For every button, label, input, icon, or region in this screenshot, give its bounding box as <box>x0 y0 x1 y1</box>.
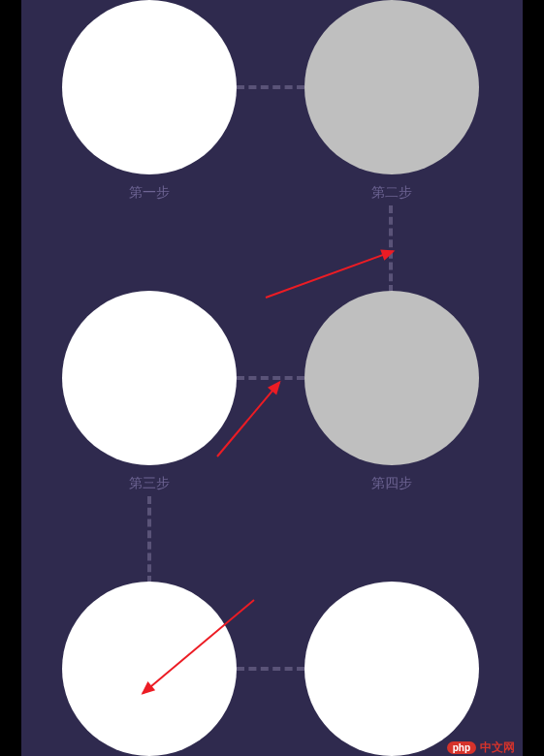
connector-step3-step4 <box>237 376 304 380</box>
step-label-1: 第一步 <box>62 184 237 202</box>
step-circle-5 <box>62 582 237 756</box>
step-label-4: 第四步 <box>304 475 479 492</box>
step-circle-1 <box>62 0 237 174</box>
annotation-arrow-1 <box>266 250 394 299</box>
connector-step1-step2 <box>237 85 304 89</box>
diagram-canvas: 第一步 第二步 第三步 第四步 <box>21 0 523 756</box>
step-label-2: 第二步 <box>304 184 479 202</box>
step-label-3: 第三步 <box>62 475 237 492</box>
step-circle-3 <box>62 291 237 465</box>
watermark: php 中文网 <box>447 740 515 756</box>
step-circle-4 <box>304 291 479 465</box>
watermark-badge: php <box>447 741 476 754</box>
step-circle-6 <box>304 582 479 756</box>
watermark-text: 中文网 <box>480 740 515 756</box>
step-circle-2 <box>304 0 479 174</box>
connector-step3-step5 <box>147 496 151 583</box>
connector-step5-step6 <box>237 667 304 671</box>
